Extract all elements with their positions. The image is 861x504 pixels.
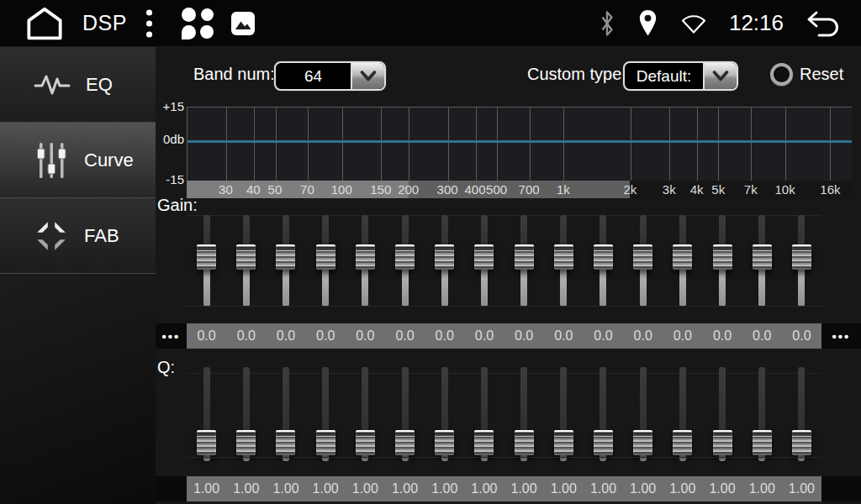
q-value: 1.00 xyxy=(702,476,742,501)
gain-slider[interactable] xyxy=(584,207,623,323)
gain-value: 0.0 xyxy=(464,323,504,349)
freq-tick-label: 40 xyxy=(246,181,261,198)
gain-more-right-button[interactable]: ••• xyxy=(821,323,861,349)
q-slider[interactable] xyxy=(504,365,544,475)
slider-thumb[interactable] xyxy=(435,244,454,270)
slider-thumb[interactable] xyxy=(792,430,811,455)
q-slider[interactable] xyxy=(584,365,623,475)
q-slider[interactable] xyxy=(702,365,742,475)
q-slider[interactable] xyxy=(385,365,425,475)
gain-slider[interactable] xyxy=(504,207,544,323)
custom-type-select[interactable]: Default: xyxy=(623,61,738,91)
slider-thumb[interactable] xyxy=(554,430,573,455)
gain-more-left-button[interactable]: ••• xyxy=(156,323,187,349)
q-value: 1.00 xyxy=(266,476,305,501)
q-slider[interactable] xyxy=(306,365,346,475)
q-slider[interactable] xyxy=(663,365,702,475)
slider-thumb[interactable] xyxy=(474,244,494,270)
sidebar: EQ Curve xyxy=(0,47,156,504)
gain-values-row: ••• 0.00.00.00.00.00.00.00.00.00.00.00.0… xyxy=(156,323,861,349)
slider-thumb[interactable] xyxy=(197,244,216,270)
slider-thumb[interactable] xyxy=(276,244,295,270)
gain-slider[interactable] xyxy=(425,207,464,323)
gain-slider[interactable] xyxy=(663,207,702,323)
q-value: 1.00 xyxy=(742,476,782,501)
q-slider[interactable] xyxy=(266,365,305,475)
q-slider[interactable] xyxy=(544,365,584,475)
slider-thumb[interactable] xyxy=(753,244,772,270)
gain-slider[interactable] xyxy=(306,207,346,323)
gain-slider[interactable] xyxy=(742,207,782,323)
slider-thumb[interactable] xyxy=(236,244,256,270)
slider-thumb[interactable] xyxy=(356,244,375,270)
q-value: 1.00 xyxy=(187,476,226,501)
gain-slider[interactable] xyxy=(385,207,425,323)
q-more-left-box[interactable] xyxy=(156,476,187,501)
band-num-select[interactable]: 64 xyxy=(274,61,386,91)
q-more-right-box[interactable] xyxy=(821,476,861,501)
slider-thumb[interactable] xyxy=(474,430,494,455)
freq-gridline xyxy=(409,108,409,181)
slider-thumb[interactable] xyxy=(316,430,335,455)
gain-slider[interactable] xyxy=(544,207,584,323)
slider-thumb[interactable] xyxy=(236,430,256,455)
gain-slider[interactable] xyxy=(346,207,385,323)
freq-tick-label: 1k xyxy=(557,181,570,198)
gain-slider[interactable] xyxy=(266,207,305,323)
home-icon[interactable] xyxy=(25,7,64,40)
slider-thumb[interactable] xyxy=(753,430,772,455)
sidebar-item-eq[interactable]: EQ xyxy=(0,47,156,123)
slider-thumb[interactable] xyxy=(356,430,375,455)
slider-thumb[interactable] xyxy=(554,244,573,270)
reset-radio[interactable] xyxy=(770,63,793,86)
slider-thumb[interactable] xyxy=(633,244,652,270)
slider-thumb[interactable] xyxy=(713,244,732,270)
freq-tick-label: 7k xyxy=(744,181,758,198)
freq-tick-label: 16k xyxy=(820,181,840,198)
slider-thumb[interactable] xyxy=(673,430,692,455)
q-slider[interactable] xyxy=(346,365,385,475)
slider-thumb[interactable] xyxy=(594,244,613,270)
slider-thumb[interactable] xyxy=(515,430,534,455)
q-slider[interactable] xyxy=(226,365,266,475)
menu-dots-icon[interactable] xyxy=(145,8,153,39)
slider-thumb[interactable] xyxy=(673,244,692,270)
y-tick-label: 0db xyxy=(156,132,184,146)
freq-gridline xyxy=(276,108,277,181)
gallery-icon[interactable] xyxy=(230,11,256,36)
gain-slider[interactable] xyxy=(702,207,742,323)
q-slider[interactable] xyxy=(782,365,821,475)
slider-thumb[interactable] xyxy=(713,430,732,455)
gain-value: 0.0 xyxy=(663,323,702,349)
slider-thumb[interactable] xyxy=(435,430,454,455)
slider-thumb[interactable] xyxy=(515,244,534,270)
slider-thumb[interactable] xyxy=(633,430,652,455)
gain-value: 0.0 xyxy=(702,323,742,349)
slider-thumb[interactable] xyxy=(276,430,295,455)
q-slider[interactable] xyxy=(425,365,464,475)
gain-slider[interactable] xyxy=(623,207,663,323)
q-slider[interactable] xyxy=(187,365,226,475)
slider-thumb[interactable] xyxy=(395,430,415,455)
back-icon[interactable] xyxy=(806,10,843,37)
freq-gridline xyxy=(631,108,631,181)
q-slider[interactable] xyxy=(623,365,663,475)
page-title: DSP xyxy=(82,11,127,35)
sidebar-item-curve[interactable]: Curve xyxy=(0,123,156,198)
freq-tick-label: 30 xyxy=(219,181,233,198)
eq-grid xyxy=(187,107,852,181)
slider-thumb[interactable] xyxy=(197,430,216,455)
q-slider[interactable] xyxy=(742,365,782,475)
gain-slider[interactable] xyxy=(187,207,226,323)
slider-thumb[interactable] xyxy=(792,244,811,270)
q-slider[interactable] xyxy=(464,365,504,475)
slider-thumb[interactable] xyxy=(316,244,335,270)
slider-thumb[interactable] xyxy=(395,244,415,270)
sidebar-item-fab[interactable]: FAB xyxy=(0,198,156,274)
freq-gridline xyxy=(308,108,309,181)
gain-slider[interactable] xyxy=(226,207,266,323)
slider-thumb[interactable] xyxy=(594,430,613,455)
gain-slider[interactable] xyxy=(464,207,504,323)
apps-clover-icon[interactable] xyxy=(182,8,214,39)
gain-slider[interactable] xyxy=(782,207,821,323)
